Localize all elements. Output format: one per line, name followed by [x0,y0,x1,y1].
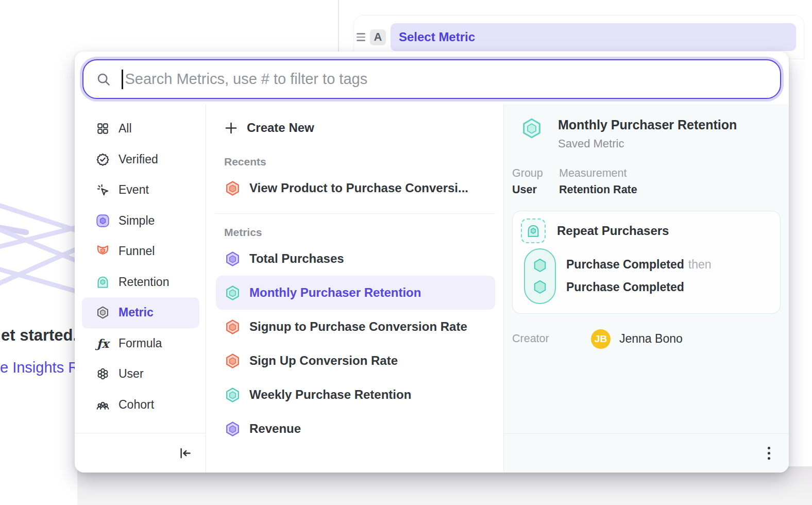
step-hexagon-icon [532,279,548,295]
simple-metric-icon [96,214,110,228]
retention-metric-hexagon-icon [225,285,241,301]
metric-list-column: Create New Recents View Product to Purch… [206,104,504,473]
creator-label: Creator [512,332,591,345]
metric-item-signup-to-purchase-conversion-rate[interactable]: Signup to Purchase Conversion Rate [216,310,495,344]
measurement-value: Retention Rate [559,183,637,196]
group-label: Group [512,167,559,180]
step-connector: then [688,258,712,271]
simple-metric-hexagon-icon [225,421,241,437]
definition-steps: Purchase Completedthen Purchase Complete… [521,248,772,304]
filter-sidebar: All Verified Event [75,104,206,473]
sidebar-item-event[interactable]: Event [82,175,199,206]
text-caret [122,70,123,89]
metric-item-revenue[interactable]: Revenue [216,412,495,446]
list-section-divider [215,213,495,214]
select-metric-label: Select Metric [399,30,475,44]
plus-icon [224,121,238,135]
background-insights-link[interactable]: e Insights Re [0,359,87,376]
collapse-sidebar-button[interactable] [178,446,192,460]
funnel-metric-hexagon-icon [225,319,241,335]
metric-item-label: Revenue [249,422,301,436]
sidebar-item-retention[interactable]: Retention [82,267,199,298]
recents-section-label: Recents [224,156,495,168]
metric-item-weekly-purchase-retention[interactable]: Weekly Purchase Retention [216,378,495,412]
sidebar-item-label: User [119,367,144,381]
metric-item-sign-up-conversion-rate[interactable]: Sign Up Conversion Rate [216,344,495,378]
detail-subtitle: Saved Metric [558,137,737,150]
row-letter-badge[interactable]: A [370,29,386,45]
sidebar-item-funnel[interactable]: Funnel [82,236,199,267]
sidebar-item-label: Cohort [119,398,154,412]
retention-metric-hexagon-icon [521,117,543,139]
drag-handle-icon[interactable] [357,33,365,41]
sidebar-item-label: Retention [119,275,169,289]
detail-footer [504,433,789,473]
sidebar-item-all[interactable]: All [82,113,199,144]
sidebar-item-simple[interactable]: Simple [82,206,199,237]
user-cluster-icon [96,367,110,381]
metric-icon [96,306,110,319]
metric-item-label: Weekly Purchase Retention [249,388,411,402]
metric-item-monthly-purchaser-retention[interactable]: Monthly Purchaser Retention [216,276,495,310]
collapse-left-icon [178,446,192,460]
sidebar-item-metric[interactable]: Metric [82,297,199,328]
search-row [75,52,789,104]
metric-item-total-purchases[interactable]: Total Purchases [216,242,495,276]
detail-title: Monthly Purchaser Retention [558,117,737,132]
background-headline-fragment: et started. [1,326,77,345]
creator-row: Creator JB Jenna Bono [512,329,782,349]
picker-columns: All Verified Event [75,104,789,473]
create-new-label: Create New [247,121,314,135]
sidebar-item-verified[interactable]: Verified [82,144,199,175]
step-hexagon-icon [532,257,548,274]
sidebar-item-label: All [119,122,132,136]
retention-steps-capsule [524,248,556,304]
retention-icon [96,275,110,289]
simple-metric-hexagon-icon [225,251,241,267]
grid-icon [96,122,110,136]
retention-metric-hexagon-icon [225,387,241,403]
sidebar-item-user[interactable]: User [82,359,199,390]
sidebar-item-label: Formula [119,336,162,350]
verified-badge-icon [96,153,110,166]
definition-card: Repeat Purchasers Purchase Completedthen… [512,211,781,314]
metric-detail-panel: Monthly Purchaser Retention Saved Metric… [504,104,789,473]
metric-item-label: Signup to Purchase Conversion Rate [249,319,467,334]
event-cursor-icon [96,183,110,197]
more-options-button[interactable] [765,444,774,463]
search-input[interactable] [124,70,770,88]
definition-step-2: Purchase Completed [566,280,712,294]
sidebar-item-cohort[interactable]: Cohort [82,390,199,420]
sidebar-item-label: Simple [119,214,155,228]
metric-item-label: Total Purchases [249,251,344,266]
formula-icon: ƒx [96,336,110,350]
sidebar-item-label: Verified [119,153,158,166]
sidebar-footer [75,433,206,473]
creator-name: Jenna Bono [619,332,683,346]
metric-item-label: View Product to Purchase Conversi... [249,181,468,195]
create-new-button[interactable]: Create New [224,113,495,142]
sidebar-item-label: Event [119,183,149,197]
sidebar-item-label: Funnel [119,244,155,258]
retention-definition-icon [521,218,546,243]
metrics-section-label: Metrics [224,226,495,239]
detail-meta: Group User Measurement Retention Rate [512,167,782,196]
search-box[interactable] [82,59,781,99]
recent-metric-item[interactable]: View Product to Purchase Conversi... [216,171,495,205]
cohort-people-icon [96,398,110,412]
definition-name: Repeat Purchasers [557,224,669,238]
definition-header: Repeat Purchasers [521,218,772,243]
select-metric-field[interactable]: Select Metric [391,23,796,51]
search-icon [96,72,111,87]
funnel-metric-hexagon-icon [225,180,241,196]
sidebar-item-label: Metric [119,306,154,319]
group-value: User [512,183,559,196]
measurement-label: Measurement [559,167,637,180]
sidebar-item-formula[interactable]: ƒx Formula [82,328,199,359]
definition-step-1: Purchase Completedthen [566,258,712,272]
metric-picker-modal: All Verified Event [75,52,789,473]
creator-avatar: JB [591,329,611,349]
funnel-metric-hexagon-icon [225,353,241,369]
line-chart-illustration [0,170,76,325]
detail-header: Monthly Purchaser Retention Saved Metric [521,117,782,150]
